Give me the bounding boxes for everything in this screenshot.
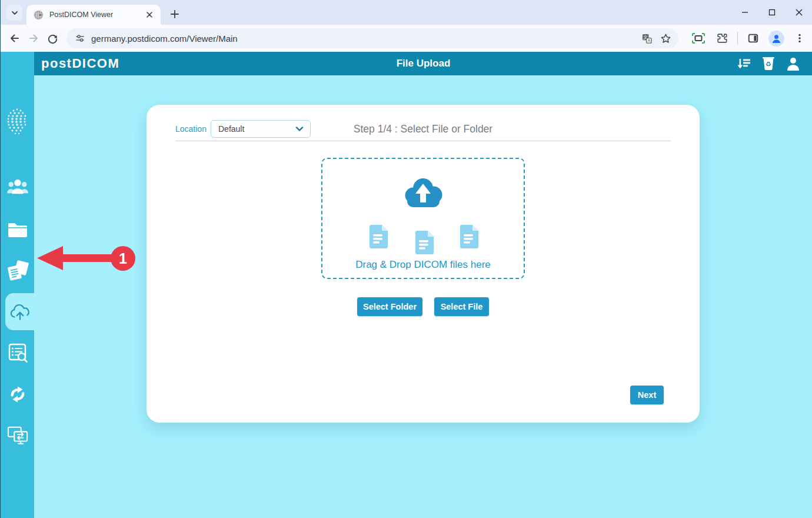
dicom-file-icons <box>322 225 524 261</box>
documents-stack-icon <box>6 260 29 281</box>
tab-title: PostDICOM Viewer <box>49 11 144 19</box>
worklist-search-icon <box>8 343 28 363</box>
browser-tab[interactable]: PostDICOM Viewer <box>26 5 161 25</box>
bookmark-star-icon[interactable] <box>658 31 673 45</box>
sort-list-icon[interactable] <box>735 55 753 72</box>
page-title: File Upload <box>397 58 451 69</box>
postdicom-brain-logo <box>3 106 32 137</box>
select-folder-button[interactable]: Select Folder <box>357 297 422 316</box>
cloud-upload-icon <box>400 175 446 210</box>
sidebar-item-file-upload[interactable] <box>5 293 34 330</box>
back-button[interactable] <box>5 29 24 48</box>
menu-kebab-icon[interactable] <box>791 30 808 47</box>
account-icon[interactable] <box>784 55 802 72</box>
new-tab-button[interactable] <box>167 6 183 22</box>
postdicom-logo: postDICOM <box>41 56 119 71</box>
window-maximize-button[interactable] <box>758 0 786 25</box>
translate-icon[interactable]: 文 A <box>640 31 654 45</box>
svg-text:♻: ♻ <box>766 61 771 68</box>
reload-button[interactable] <box>43 29 62 48</box>
card-divider <box>175 141 671 141</box>
dicom-dropzone[interactable]: Drag & Drop DICOM files here <box>321 158 525 279</box>
toolbar-right-icons <box>687 30 811 47</box>
device-transfer-icon <box>7 426 28 446</box>
file-icon <box>370 225 388 248</box>
svg-text:A: A <box>647 38 650 43</box>
step-title: Step 1/4 : Select File or Folder <box>147 120 700 138</box>
select-file-button[interactable]: Select File <box>434 297 489 316</box>
browser-toolbar: germany.postdicom.com/Viewer/Main 文 A <box>1 25 812 52</box>
dropzone-hint-text: Drag & Drop DICOM files here <box>322 259 524 271</box>
sidebar-item-transfer[interactable] <box>1 417 34 454</box>
sync-icon <box>8 384 28 404</box>
sidebar-item-documents[interactable] <box>1 252 34 290</box>
favicon <box>34 10 44 20</box>
tab-search-button[interactable] <box>6 5 22 21</box>
tab-close-icon[interactable] <box>144 9 155 20</box>
sidebar-item-share[interactable] <box>1 376 34 413</box>
header-icons: ♻ <box>728 52 802 75</box>
sidebar <box>1 52 34 518</box>
site-info-icon[interactable] <box>74 32 86 45</box>
app-header: postDICOM File Upload ♻ <box>34 52 812 75</box>
forward-button[interactable] <box>24 29 43 48</box>
file-icon <box>460 225 478 248</box>
sidebar-item-worklist[interactable] <box>1 334 34 372</box>
chevron-down-icon <box>11 9 19 17</box>
sidebar-item-patients[interactable] <box>1 168 34 206</box>
side-panel-icon[interactable] <box>745 30 761 47</box>
file-icon <box>415 231 434 254</box>
profile-avatar[interactable] <box>768 31 784 47</box>
extensions-icon[interactable] <box>714 30 730 47</box>
window-controls <box>731 0 812 25</box>
toolbar-separator <box>737 32 738 45</box>
patients-group-icon <box>6 178 29 197</box>
cloud-upload-icon <box>9 302 31 322</box>
screenshot-icon[interactable] <box>690 30 707 47</box>
window-minimize-button[interactable] <box>731 0 758 25</box>
next-button[interactable]: Next <box>630 386 664 404</box>
upload-card: Location Default Step 1/4 : Select File … <box>147 105 700 423</box>
select-buttons-row: Select Folder Select File <box>147 297 700 316</box>
url-text[interactable]: germany.postdicom.com/Viewer/Main <box>91 34 635 44</box>
recycle-bin-icon[interactable]: ♻ <box>760 55 777 72</box>
window-close-button[interactable] <box>786 0 812 25</box>
sidebar-item-folders[interactable] <box>1 210 34 248</box>
browser-tabstrip: PostDICOM Viewer <box>1 0 812 25</box>
address-bar[interactable]: germany.postdicom.com/Viewer/Main 文 A <box>66 28 678 48</box>
folder-icon <box>7 220 28 238</box>
